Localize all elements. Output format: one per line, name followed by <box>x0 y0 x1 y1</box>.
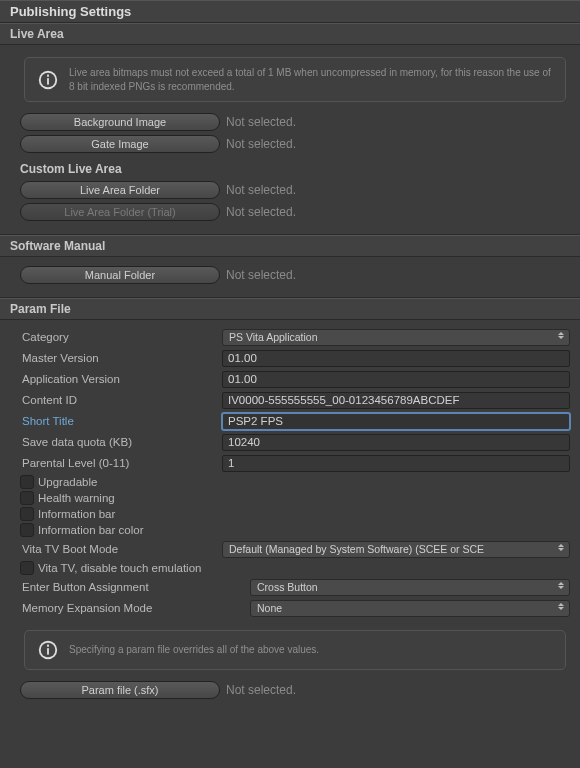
category-label: Category <box>20 331 222 343</box>
live-area-folder-trial-button[interactable]: Live Area Folder (Trial) <box>20 203 220 221</box>
param-file-button[interactable]: Param file (.sfx) <box>20 681 220 699</box>
live-area-folder-trial-value: Not selected. <box>226 205 296 219</box>
master-version-label: Master Version <box>20 352 222 364</box>
vita-tv-boot-mode-dropdown[interactable]: Default (Managed by System Software) (SC… <box>222 541 570 558</box>
gate-image-button[interactable]: Gate Image <box>20 135 220 153</box>
live-area-folder-value: Not selected. <box>226 183 296 197</box>
content-id-input[interactable] <box>222 392 570 409</box>
information-bar-checkbox[interactable] <box>20 507 34 521</box>
background-image-value: Not selected. <box>226 115 296 129</box>
param-file-section-header[interactable]: Param File <box>0 298 580 320</box>
vita-tv-boot-mode-label: Vita TV Boot Mode <box>20 543 222 555</box>
publishing-settings-header[interactable]: Publishing Settings <box>0 0 580 23</box>
save-data-quota-input[interactable] <box>222 434 570 451</box>
param-override-info-text: Specifying a param file overrides all of… <box>69 643 319 657</box>
param-file-value: Not selected. <box>226 683 296 697</box>
enter-button-assignment-label: Enter Button Assignment <box>20 581 250 593</box>
parental-level-input[interactable] <box>222 455 570 472</box>
content-id-label: Content ID <box>20 394 222 406</box>
vita-tv-disable-touch-label: Vita TV, disable touch emulation <box>38 562 201 574</box>
application-version-input[interactable] <box>222 371 570 388</box>
background-image-button[interactable]: Background Image <box>20 113 220 131</box>
live-area-section-header[interactable]: Live Area <box>0 23 580 45</box>
manual-folder-value: Not selected. <box>226 268 296 282</box>
information-bar-color-checkbox[interactable] <box>20 523 34 537</box>
live-area-info-text: Live area bitmaps must not exceed a tota… <box>69 66 553 93</box>
custom-live-area-title: Custom Live Area <box>20 162 570 176</box>
information-bar-color-label: Information bar color <box>38 524 143 536</box>
memory-expansion-mode-label: Memory Expansion Mode <box>20 602 250 614</box>
save-data-quota-label: Save data quota (KB) <box>20 436 222 448</box>
info-icon <box>37 639 59 661</box>
short-title-input[interactable] <box>222 413 570 430</box>
svg-rect-3 <box>47 74 49 76</box>
svg-rect-2 <box>47 78 49 84</box>
enter-button-assignment-dropdown[interactable]: Cross Button <box>250 579 570 596</box>
upgradable-checkbox[interactable] <box>20 475 34 489</box>
master-version-input[interactable] <box>222 350 570 367</box>
category-dropdown[interactable]: PS Vita Application <box>222 329 570 346</box>
live-area-info-box: Live area bitmaps must not exceed a tota… <box>24 57 566 102</box>
application-version-label: Application Version <box>20 373 222 385</box>
gate-image-value: Not selected. <box>226 137 296 151</box>
software-manual-section-header[interactable]: Software Manual <box>0 235 580 257</box>
short-title-label: Short Title <box>20 415 222 427</box>
vita-tv-disable-touch-checkbox[interactable] <box>20 561 34 575</box>
live-area-folder-button[interactable]: Live Area Folder <box>20 181 220 199</box>
information-bar-label: Information bar <box>38 508 115 520</box>
manual-folder-button[interactable]: Manual Folder <box>20 266 220 284</box>
health-warning-label: Health warning <box>38 492 115 504</box>
upgradable-label: Upgradable <box>38 476 97 488</box>
health-warning-checkbox[interactable] <box>20 491 34 505</box>
param-override-info-box: Specifying a param file overrides all of… <box>24 630 566 670</box>
parental-level-label: Parental Level (0-11) <box>20 457 222 469</box>
memory-expansion-mode-dropdown[interactable]: None <box>250 600 570 617</box>
svg-rect-6 <box>47 648 49 654</box>
svg-rect-7 <box>47 645 49 647</box>
info-icon <box>37 69 59 91</box>
